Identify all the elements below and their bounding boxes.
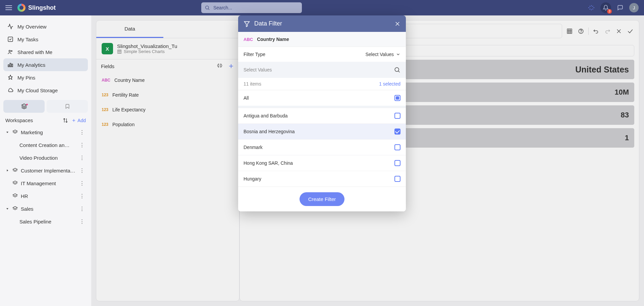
more-icon[interactable]: ⋮: [78, 180, 86, 186]
help-icon[interactable]: [577, 27, 585, 35]
value-item[interactable]: Denmark: [238, 139, 406, 155]
notifications-button[interactable]: 3: [600, 2, 611, 13]
more-icon[interactable]: ⋮: [78, 206, 86, 212]
svg-marker-18: [13, 206, 17, 209]
hamburger-menu-icon[interactable]: [5, 5, 12, 10]
field-population[interactable]: 123 Population: [96, 117, 239, 132]
grid-icon[interactable]: [566, 27, 574, 35]
layers-icon: [12, 130, 18, 135]
sidebar-item-label: My Pins: [17, 75, 35, 81]
svg-rect-19: [118, 50, 121, 53]
tab-data[interactable]: Data: [96, 20, 163, 38]
more-icon[interactable]: ⋮: [78, 155, 86, 161]
workspace-child-content[interactable]: Content Creation an… ⋮: [19, 139, 88, 151]
sidebar-item-overview[interactable]: My Overview: [3, 20, 88, 33]
chevron-right-icon: [5, 168, 9, 172]
cloud-icon: [7, 87, 13, 93]
confirm-icon[interactable]: [626, 27, 634, 35]
datasource-title: Slingshot_Visualization_Tu: [117, 43, 234, 49]
more-icon[interactable]: ⋮: [78, 218, 86, 224]
create-filter-button[interactable]: Create Filter: [300, 192, 345, 206]
sidebar-item-tasks[interactable]: My Tasks: [3, 33, 88, 46]
value-item[interactable]: Hungary: [238, 171, 406, 187]
add-label: Add: [77, 118, 86, 123]
search-icon[interactable]: [394, 66, 400, 73]
svg-marker-34: [245, 21, 250, 27]
workspace-item-hr[interactable]: HR ⋮: [3, 190, 88, 202]
search-input[interactable]: [213, 5, 299, 10]
brain-icon[interactable]: [216, 63, 223, 69]
filter-icon: [244, 20, 250, 27]
more-icon[interactable]: ⋮: [78, 193, 86, 199]
checkbox-icon[interactable]: [394, 113, 400, 119]
workspace-item-customer[interactable]: Customer Implementa… ⋮: [3, 164, 88, 177]
workspace-child-pipeline[interactable]: Sales Pipeline ⋮: [19, 215, 88, 228]
field-country-name[interactable]: ABC Country Name: [96, 73, 239, 88]
value-item[interactable]: Bosnia and Herzegovina: [238, 123, 406, 139]
checkbox-icon[interactable]: [394, 144, 400, 150]
checkbox-icon[interactable]: [394, 160, 400, 166]
data-panel: Data X Slingshot_Visualization_Tu Simple…: [96, 20, 239, 301]
undo-icon[interactable]: [592, 27, 600, 35]
workspace-item-it[interactable]: IT Management ⋮: [3, 177, 88, 190]
layers-icon: [12, 193, 18, 199]
table-icon: [117, 49, 122, 54]
plus-icon: [71, 118, 76, 123]
sparkle-icon[interactable]: [588, 4, 595, 11]
more-icon[interactable]: ⋮: [78, 129, 86, 135]
value-label: Hong Kong SAR, China: [244, 160, 293, 166]
checkbox-indeterminate-icon[interactable]: [394, 95, 400, 101]
svg-rect-2: [8, 37, 13, 42]
filter-type-label: Filter Type: [244, 52, 265, 57]
workspace-label: HR: [21, 193, 75, 199]
close-icon[interactable]: [615, 27, 623, 35]
checkbox-checked-icon[interactable]: [394, 129, 400, 135]
more-icon[interactable]: ⋮: [78, 167, 86, 173]
layers-toggle-button[interactable]: [3, 100, 45, 113]
filter-type-dropdown[interactable]: Select Values: [365, 52, 400, 57]
datasource-subtitle: Simple Series Charts: [124, 49, 165, 54]
field-fertility-rate[interactable]: 123 Fertility Rate: [96, 88, 239, 102]
brand-logo[interactable]: Slingshot: [17, 4, 56, 12]
tab-other[interactable]: [163, 20, 239, 38]
datasource-row[interactable]: X Slingshot_Visualization_Tu Simple Seri…: [96, 38, 239, 59]
avatar[interactable]: J: [629, 3, 639, 12]
sidebar-item-shared[interactable]: Shared with Me: [3, 46, 88, 58]
value-item-all[interactable]: All: [238, 90, 406, 106]
value-label: Denmark: [244, 145, 263, 150]
workspace-item-marketing[interactable]: Marketing ⋮: [3, 126, 88, 139]
data-filter-modal: Data Filter ABC Country Name Filter Type…: [238, 15, 406, 211]
svg-rect-5: [8, 65, 9, 67]
add-field-icon[interactable]: [228, 63, 234, 69]
field-label: Fertility Rate: [112, 92, 139, 98]
sidebar-item-analytics[interactable]: My Analytics: [3, 58, 88, 71]
selected-count: 1 selected: [379, 81, 400, 87]
close-icon[interactable]: [394, 21, 400, 27]
workspace-label: Sales Pipeline: [19, 219, 75, 224]
svg-point-37: [395, 67, 399, 71]
svg-line-38: [398, 71, 400, 72]
sidebar-item-cloud[interactable]: My Cloud Storage: [3, 84, 88, 97]
redo-icon[interactable]: [603, 27, 611, 35]
chevron-down-icon: [5, 130, 9, 134]
field-label: Life Expectancy: [112, 107, 146, 112]
global-search[interactable]: [201, 2, 302, 13]
bookmark-toggle-button[interactable]: [47, 100, 88, 113]
field-type-badge: ABC: [244, 37, 253, 42]
more-icon[interactable]: ⋮: [78, 142, 86, 148]
checkbox-icon[interactable]: [394, 176, 400, 182]
chat-icon[interactable]: [616, 4, 624, 11]
workspace-item-sales[interactable]: Sales ⋮: [3, 202, 88, 215]
value-item[interactable]: Antigua and Barbuda: [238, 108, 406, 123]
sidebar-item-label: My Analytics: [17, 62, 45, 68]
sort-icon[interactable]: [63, 118, 68, 123]
layers-icon: [12, 206, 18, 211]
excel-file-icon: X: [102, 43, 113, 54]
value-item[interactable]: Hong Kong SAR, China: [238, 155, 406, 171]
workspace-label: Customer Implementa…: [21, 168, 75, 173]
workspace-child-video[interactable]: Video Production ⋮: [19, 151, 88, 164]
add-workspace-button[interactable]: Add: [71, 118, 86, 123]
brand-name: Slingshot: [28, 4, 56, 11]
field-life-expectancy[interactable]: 123 Life Expectancy: [96, 102, 239, 117]
sidebar-item-pins[interactable]: My Pins: [3, 71, 88, 84]
